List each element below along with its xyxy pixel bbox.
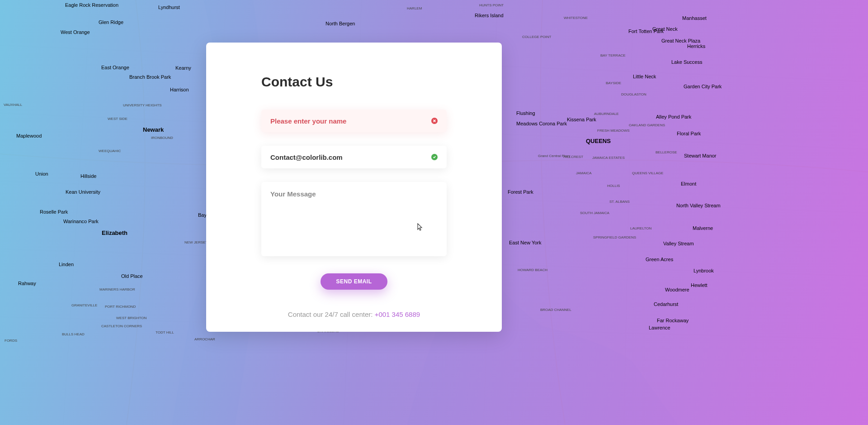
map-label: Lyndhurst bbox=[158, 5, 180, 10]
map-label: MARINERS HARBOR bbox=[99, 287, 135, 291]
map-label: Manhasset bbox=[682, 15, 707, 21]
map-label: VAUXHALL bbox=[4, 103, 22, 107]
map-label: Garden City Park bbox=[684, 84, 722, 89]
map-label: Woodmere bbox=[665, 287, 689, 292]
map-label: Herricks bbox=[687, 43, 705, 49]
map-label: COLLEGE POINT bbox=[522, 35, 551, 39]
map-label: WEEQUAHIC bbox=[99, 149, 121, 153]
map-label: North Bergen bbox=[326, 21, 355, 26]
map-label: GRANITEVILLE bbox=[71, 303, 97, 307]
map-label: FORDS bbox=[5, 339, 17, 343]
map-label: BAYSIDE bbox=[606, 81, 621, 85]
map-label: Great Neck Plaza bbox=[661, 38, 700, 43]
map-label: Union bbox=[35, 171, 48, 177]
map-label: QUEENS VILLAGE bbox=[632, 171, 663, 175]
map-label: Cedarhurst bbox=[654, 301, 678, 307]
map-label: Maplewood bbox=[16, 133, 42, 138]
map-label: Warinanco Park bbox=[63, 219, 99, 224]
map-label: JAMAICA ESTATES bbox=[592, 156, 625, 160]
map-label: Branch Brook Park bbox=[129, 74, 171, 80]
map-label: Harrison bbox=[170, 87, 189, 92]
map-label: HOWARD BEACH bbox=[518, 268, 547, 272]
map-label: HUNTS POINT bbox=[479, 3, 504, 7]
map-label: HILLCREST bbox=[563, 155, 583, 159]
map-label: Green Acres bbox=[646, 257, 673, 262]
map-label: Rahway bbox=[18, 281, 36, 286]
map-label: BELLEROSE bbox=[656, 150, 677, 154]
map-label: Grand Central Pkwy bbox=[538, 154, 571, 158]
map-label: SOUTH JAMAICA bbox=[580, 211, 609, 215]
submit-wrapper: SEND EMAIL bbox=[261, 273, 447, 290]
map-label: WHITESTONE bbox=[564, 16, 588, 20]
map-label: Great Neck bbox=[652, 26, 678, 32]
map-label: BAY TERRACE bbox=[600, 53, 626, 57]
map-label: Meadows Corona Park bbox=[516, 121, 567, 126]
map-label: Newark bbox=[143, 126, 164, 133]
map-label: Glen Ridge bbox=[99, 19, 123, 25]
map-label: Floral Park bbox=[677, 131, 701, 136]
map-label: JAMAICA bbox=[576, 171, 592, 175]
map-label: Old Place bbox=[121, 273, 143, 279]
map-label: OAKLAND GARDENS bbox=[629, 123, 665, 127]
map-label: WEST SIDE bbox=[108, 117, 127, 121]
map-label: Hillside bbox=[80, 173, 96, 179]
map-label: ST. ALBANS bbox=[609, 200, 630, 204]
map-label: QUEENS bbox=[586, 138, 611, 144]
map-label: Kissena Park bbox=[567, 117, 596, 122]
send-email-button[interactable]: SEND EMAIL bbox=[321, 273, 387, 290]
map-label: Roselle Park bbox=[40, 209, 68, 215]
map-label: BROAD CHANNEL bbox=[540, 308, 571, 312]
map-label: BULLS HEAD bbox=[62, 332, 85, 336]
map-label: SPRINGFIELD GARDENS bbox=[593, 235, 636, 239]
map-label: Kean University bbox=[66, 189, 100, 195]
map-label: CASTLETON CORNERS bbox=[101, 324, 142, 328]
error-icon bbox=[431, 118, 438, 124]
map-label: Stewart Manor bbox=[684, 153, 717, 158]
success-icon bbox=[431, 154, 438, 160]
map-label: AUBURNDALE bbox=[594, 112, 619, 116]
map-label: Valley Stream bbox=[663, 241, 694, 246]
message-field-wrapper bbox=[261, 182, 447, 258]
map-label: Kearny bbox=[175, 65, 191, 71]
name-field-wrapper bbox=[261, 110, 447, 132]
map-label: Malverne bbox=[693, 225, 713, 231]
map-label: North Valley Stream bbox=[676, 203, 721, 208]
map-label: TODT HILL bbox=[156, 330, 174, 334]
map-label: Alley Pond Park bbox=[656, 114, 691, 119]
map-label: West Orange bbox=[61, 29, 90, 35]
map-label: Elmont bbox=[681, 181, 696, 186]
map-label: Forest Park bbox=[508, 189, 533, 195]
map-label: Lawrence bbox=[649, 325, 670, 330]
map-label: UNIVERSITY HEIGHTS bbox=[123, 103, 162, 107]
footer-phone[interactable]: +001 345 6889 bbox=[375, 310, 420, 318]
map-label: IRONBOUND bbox=[151, 136, 173, 140]
map-label: Rikers Island bbox=[475, 13, 504, 18]
email-input[interactable] bbox=[261, 146, 447, 168]
map-label: Linden bbox=[59, 262, 74, 267]
map-label: East New York bbox=[509, 240, 542, 245]
name-input[interactable] bbox=[261, 110, 447, 132]
map-label: Elizabeth bbox=[102, 229, 127, 236]
map-label: HOLLIS bbox=[607, 184, 620, 188]
map-label: PORT RICHMOND bbox=[105, 305, 136, 309]
map-label: HARLEM bbox=[407, 6, 422, 10]
map-label: DOUGLASTON bbox=[621, 92, 646, 96]
map-label: NEW JERSEY bbox=[184, 240, 208, 244]
email-field-wrapper bbox=[261, 146, 447, 168]
map-label: LAURELTON bbox=[630, 226, 651, 230]
map-label: East Orange bbox=[101, 65, 129, 70]
map-label: Lake Success bbox=[671, 59, 702, 65]
map-label: WEST BRIGHTON bbox=[116, 316, 146, 320]
map-label: Hewlett bbox=[691, 282, 708, 288]
map-label: Lynbrook bbox=[693, 268, 714, 273]
map-label: Far Rockaway bbox=[657, 318, 689, 323]
map-label: FRESH MEADOWS bbox=[597, 129, 630, 133]
footer-text: Contact our 24/7 call center: +001 345 6… bbox=[261, 310, 447, 318]
contact-form-card: Contact Us SEND EMAIL Contact our 24/7 c… bbox=[206, 43, 502, 332]
message-textarea[interactable] bbox=[261, 182, 447, 256]
map-label: ARROCHAR bbox=[194, 337, 215, 341]
form-title: Contact Us bbox=[261, 74, 447, 90]
map-label: Fort Totten Park bbox=[628, 29, 664, 34]
map-label: Eagle Rock Reservation bbox=[65, 2, 118, 8]
footer-prefix: Contact our 24/7 call center: bbox=[288, 310, 375, 318]
